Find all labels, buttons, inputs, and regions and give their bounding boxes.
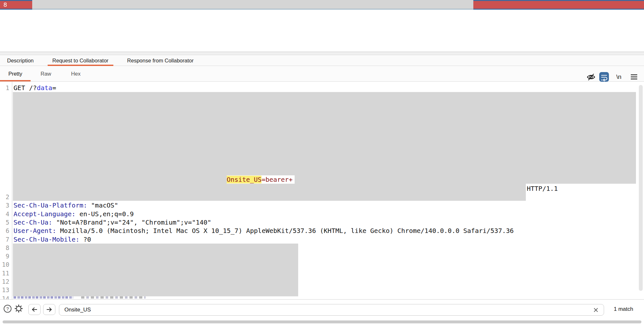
tab-raw[interactable]: Raw: [31, 66, 61, 81]
tab-request-to-collaborator[interactable]: Request to Collaborator: [48, 55, 113, 66]
close-icon: [593, 308, 598, 312]
line-number: 6: [0, 227, 9, 235]
top-tab-8-label: 8: [4, 1, 7, 8]
top-tab-strip-highlight: [473, 0, 644, 10]
horizontal-scrollbar-thumb[interactable]: [3, 320, 641, 323]
gutter-separator: [12, 82, 12, 299]
top-tab-strip: 8: [0, 0, 644, 10]
burp-collaborator-interaction-view: { "topbar": { "tab_label": "8" }, "tabs"…: [0, 0, 644, 324]
search-match-count: 1 match: [614, 306, 633, 312]
line-number: 7: [0, 235, 9, 244]
tab-description[interactable]: Description: [2, 55, 39, 66]
line-number: 9: [0, 252, 9, 260]
search-next-button[interactable]: [43, 304, 55, 315]
newline-toggle-button[interactable]: \n: [614, 72, 624, 82]
search-clear-button[interactable]: [592, 307, 599, 313]
search-match-highlight: Onsite_US: [227, 176, 261, 183]
line-number: 8: [0, 244, 9, 252]
search-match-strip: Onsite_US=bearer+: [227, 175, 295, 184]
redacted-block-cookies: [13, 244, 298, 296]
clipped-line-14-tail: [81, 296, 146, 299]
line-number: 1: [0, 84, 9, 92]
arrow-left-icon: [31, 306, 38, 313]
arrow-right-icon: [46, 306, 53, 313]
line-number: 13: [0, 286, 9, 294]
hide-nonprinting-button[interactable]: [586, 72, 596, 82]
line-number: 4: [0, 210, 9, 218]
tab-response-from-collaborator[interactable]: Response from Collaborator: [122, 55, 198, 66]
help-icon: ?: [3, 304, 12, 313]
line-number: 12: [0, 277, 9, 286]
line-number: 14: [0, 294, 9, 299]
tab-request-label: Request to Collaborator: [52, 58, 109, 64]
newline-icon: \n: [616, 73, 621, 80]
http-version: HTTP/1.1: [527, 184, 558, 193]
gear-icon: [14, 304, 24, 313]
tab-hex-label: Hex: [71, 71, 80, 77]
line-number: 10: [0, 260, 9, 269]
header-line: Sec-Ch-Ua: "Not=A?Brand";v="24", "Chromi…: [14, 218, 211, 227]
top-tab-strip-empty: [32, 0, 473, 10]
vertical-scrollbar-thumb[interactable]: [639, 85, 643, 291]
tab-pretty-label: Pretty: [8, 71, 22, 77]
panel-splitter[interactable]: [0, 52, 644, 55]
request-editor[interactable]: 1234567891011121314 GET /?data= Onsite_U…: [0, 82, 644, 299]
menu-icon: [630, 74, 638, 80]
clipped-line-14: [14, 296, 73, 299]
tab-raw-label: Raw: [41, 71, 51, 77]
redacted-block-data-value: [13, 92, 636, 184]
editor-search-bar: ?: [0, 299, 644, 319]
tab-description-label: Description: [7, 58, 34, 64]
svg-text:?: ?: [6, 306, 9, 311]
tab-pretty[interactable]: Pretty: [0, 66, 31, 81]
message-view-tabs: Pretty Raw Hex \n: [0, 66, 644, 82]
search-settings-button[interactable]: [14, 304, 24, 313]
editor-menu-button[interactable]: [629, 72, 639, 82]
eye-off-icon: [587, 73, 595, 81]
search-help-button[interactable]: ?: [3, 304, 12, 313]
header-line: Sec-Ch-Ua-Mobile: ?0: [14, 235, 91, 244]
redacted-block-data-tail: [13, 184, 526, 201]
search-input[interactable]: [59, 304, 604, 316]
header-line: Sec-Ch-Ua-Platform: "macOS": [14, 201, 118, 209]
header-line: Accept-Language: en-US,en;q=0.9: [14, 210, 134, 218]
search-previous-button[interactable]: [28, 304, 41, 315]
line-number: 5: [0, 218, 9, 227]
line-number: 2: [0, 193, 9, 201]
tab-hex[interactable]: Hex: [61, 66, 91, 81]
request-line: GET /?data=: [14, 84, 56, 92]
header-line: User-Agent: Mozilla/5.0 (Macintosh; Inte…: [14, 227, 514, 235]
interaction-tabs: Description Request to Collaborator Resp…: [0, 55, 644, 66]
top-tab-8[interactable]: 8: [0, 0, 32, 10]
tab-response-label: Response from Collaborator: [127, 58, 194, 64]
word-wrap-button[interactable]: [599, 72, 609, 82]
line-number: 3: [0, 201, 9, 209]
line-number: 11: [0, 269, 9, 277]
search-match-suffix: =bearer+: [261, 176, 292, 183]
word-wrap-icon: [599, 72, 609, 82]
